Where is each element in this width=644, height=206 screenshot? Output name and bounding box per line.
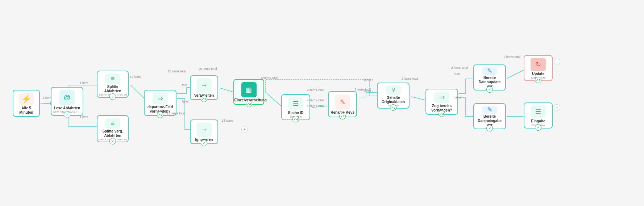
svg-line-1 [130, 85, 144, 98]
node-suche-title: Suche ID [288, 111, 304, 115]
label-false-2: false [454, 96, 461, 99]
label-1item-1: 1 item [43, 96, 51, 100]
label-true-2: true [454, 72, 460, 75]
node-gehalte[interactable]: ⑂ Gehalte Originaldaten combine ✓2 [377, 83, 410, 109]
label-20items-1: 20 items total [168, 70, 186, 73]
node-gehalte-title: Gehalte Originaldaten [379, 96, 407, 104]
label-1item-3: 1 item [80, 115, 88, 119]
rename-icon: ✎ [335, 94, 350, 110]
node-eingabe-title: Eingabe [531, 119, 545, 123]
node-ignorieren-badge: ✓ [201, 140, 207, 146]
svg-line-3 [266, 92, 282, 107]
gehalte-icon: ⑂ [386, 85, 401, 95]
node-gehalte-badge: ✓2 [390, 104, 396, 111]
workflow-canvas: ⚡ Alle 5 Minuten @ Lese Abfahrten GET: h… [0, 0, 644, 206]
svg-line-0 [40, 103, 52, 104]
node-splitte2-badge: ✓ [109, 138, 116, 144]
add-button-2[interactable]: + [554, 59, 560, 65]
node-verarbeiten[interactable]: → Verarbeiten ✓2 [190, 75, 218, 100]
label-2items-4: 2 items total [504, 55, 520, 59]
label-1item-2: 1 item [80, 81, 88, 85]
bereite-update-icon: ✎ [482, 67, 497, 75]
node-verarbeiten-badge: ✓2 [201, 96, 207, 102]
node-update[interactable]: ↻ Update update:row ✓2 [524, 55, 553, 81]
bereite-eingabe-icon: ✎ [482, 106, 497, 114]
label-2items-3: 2 items total [451, 66, 468, 70]
node-ignorieren[interactable]: → Ignorieren ✓ [190, 119, 218, 144]
node-splitte[interactable]: ≡ Splitte Abfahrten splitOutItems: itemL… [97, 71, 129, 98]
node-update-badge: ✓2 [535, 77, 541, 83]
splitte-icon: ≡ [105, 73, 120, 84]
node-zug[interactable]: ⇒ Zug bereits vorhanden? ✓2 [425, 89, 458, 115]
trigger-icon: ⚡ [19, 93, 34, 105]
label-4items-1: 4 items total [261, 76, 278, 80]
einzelverarbeitung-icon: ▦ [241, 82, 257, 97]
svg-line-5 [411, 97, 426, 100]
node-splitte2[interactable]: ≡ Splitte verg. Abfahrten splitOutItems:… [97, 115, 129, 142]
node-lese[interactable]: @ Lese Abfahrten GET: https://bahn.exper… [51, 87, 83, 116]
label-32items: 32 items [130, 75, 141, 79]
node-zug-badge: ✓2 [439, 110, 445, 117]
label-20items-2: 20 items total [199, 67, 217, 71]
ignorieren-icon: → [196, 122, 212, 137]
node-rename[interactable]: ✎ Rename Keys ✓3 [328, 91, 357, 117]
eingabe-icon: ☰ [531, 105, 546, 118]
label-13items-total: 13 items total [167, 112, 185, 115]
splitte2-icon: ≡ [105, 118, 120, 129]
label-4items-2: 4 items total [307, 88, 324, 92]
node-departure-badge: ✓2 [157, 112, 163, 118]
label-input2: input 2 [364, 89, 374, 93]
node-update-title: Update [532, 72, 544, 76]
add-button-1[interactable]: + [241, 126, 248, 133]
node-trigger[interactable]: ⚡ Alle 5 Minuten [13, 90, 40, 117]
verarbeiten-icon: → [196, 78, 212, 93]
svg-line-6 [507, 70, 525, 79]
node-einzelverarbeitung-badge: ✓4 [246, 101, 252, 107]
label-2items-2: 2 items total [402, 77, 418, 80]
lese-icon: @ [59, 90, 75, 105]
node-suche-badge: ✓4 [292, 116, 299, 122]
node-bereite-update[interactable]: ✎ Bereite Datenupdate vor ✓ [473, 64, 506, 91]
suche-icon: ☰ [288, 97, 303, 110]
zug-icon: ⇒ [434, 92, 449, 103]
label-input1: input 1 [364, 78, 374, 82]
node-rename-badge: ✓3 [339, 113, 346, 119]
label-2items-1: 2 items total [307, 104, 324, 108]
svg-line-2 [220, 88, 234, 92]
node-splitte-title: Splitte Abfahrten [99, 85, 126, 93]
label-true: true [182, 83, 187, 87]
add-button-3[interactable]: + [554, 104, 560, 111]
label-4items-3: 4 items total [307, 98, 324, 102]
node-splitte-badge: ✓ [109, 93, 116, 100]
node-suche[interactable]: ☰ Suche ID getAllrow ✓4 [281, 94, 310, 120]
label-false: false [182, 100, 188, 103]
node-eingabe-badge: ✓ [535, 124, 541, 131]
departure-icon: ⇒ [153, 93, 168, 104]
node-eingabe[interactable]: ☰ Eingabe create:row ✓ [524, 102, 553, 129]
node-lese-badge: ✓ [64, 112, 70, 118]
node-splitte2-title: Splitte verg. Abfahrten [99, 129, 126, 138]
node-bereite-update-badge: ✓ [486, 86, 493, 93]
node-trigger-title: Alle 5 Minuten [15, 106, 38, 115]
node-lese-title: Lese Abfahrten [54, 106, 80, 110]
update-icon: ↻ [531, 58, 546, 71]
label-13items: 13 items [222, 119, 233, 122]
node-bereite-eingabe[interactable]: ✎ Bereite Dateneingabe vor ✓ [473, 103, 506, 129]
node-bereite-eingabe-badge: ✓ [486, 125, 493, 131]
node-einzelverarbeitung[interactable]: ▦ Einzelverarbeitung ✓4 [233, 79, 264, 105]
